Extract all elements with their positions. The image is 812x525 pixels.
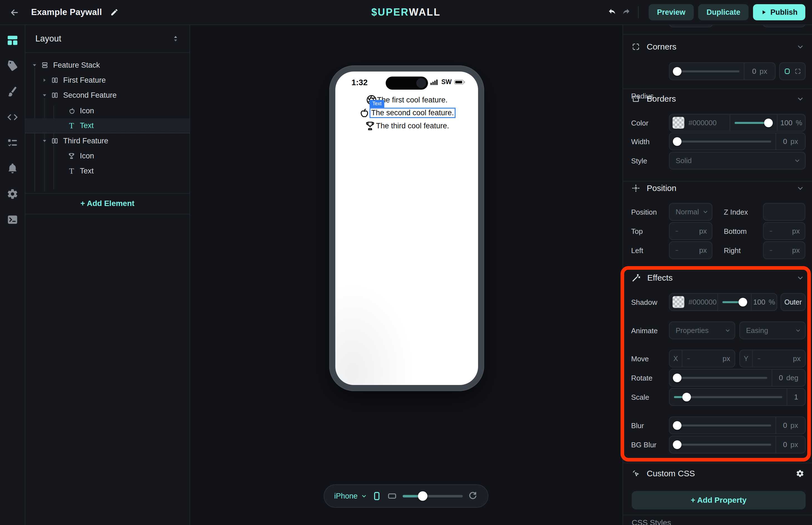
- border-width-field[interactable]: 0px: [776, 137, 805, 146]
- border-width-control: 0px: [669, 133, 806, 150]
- border-opacity-slider[interactable]: [730, 115, 777, 131]
- sidebar-item-code[interactable]: [6, 111, 19, 124]
- blur-slider[interactable]: [670, 417, 776, 434]
- add-property-button[interactable]: + Add Property: [632, 491, 806, 509]
- status-time: 1:32: [351, 78, 368, 87]
- tree-item-label: Second Feature: [63, 91, 117, 100]
- feature-row-third[interactable]: The third cool feature.: [364, 120, 449, 132]
- shadow-hex-field[interactable]: #000000: [688, 298, 717, 306]
- border-width-slider[interactable]: [670, 133, 776, 150]
- chevron-down-icon[interactable]: [796, 184, 804, 192]
- undo-button[interactable]: [606, 5, 619, 19]
- border-color-hex-field[interactable]: #000000: [688, 119, 730, 127]
- phone-preview: 1:32 SW The first cool feature.: [329, 65, 484, 391]
- redo-button[interactable]: [619, 5, 632, 19]
- clipped-input: [763, 25, 805, 27]
- per-corner-radius-icon[interactable]: [795, 68, 801, 75]
- superwall-logo: $UPERWALL: [371, 0, 441, 25]
- device-selector[interactable]: iPhone: [334, 492, 367, 500]
- right-field[interactable]: –px: [763, 241, 805, 259]
- chevron-down-icon[interactable]: [796, 95, 804, 103]
- corners-icon: [632, 43, 640, 51]
- move-x-field[interactable]: X – px: [669, 350, 735, 368]
- zoom-slider[interactable]: [403, 491, 463, 501]
- bg-blur-field[interactable]: 0px: [776, 440, 805, 449]
- sidebar-item-tags[interactable]: [6, 60, 19, 72]
- animate-properties-dropdown[interactable]: Properties: [669, 321, 735, 339]
- divider: [623, 515, 812, 515]
- edit-title-icon[interactable]: [110, 8, 119, 16]
- tree-item-first-feature[interactable]: First Feature: [25, 73, 189, 88]
- css-settings-gear-icon[interactable]: [796, 469, 804, 478]
- caret-right-icon[interactable]: [41, 77, 48, 83]
- tree-item-icon[interactable]: Icon: [25, 148, 189, 163]
- blur-field[interactable]: 0px: [776, 421, 805, 430]
- chevron-down-icon: [361, 493, 367, 499]
- shadow-mode-button[interactable]: Outer: [781, 293, 806, 311]
- position-dropdown[interactable]: Normal: [669, 203, 713, 221]
- chevron-down-icon[interactable]: [796, 274, 804, 282]
- stack-icon: [40, 61, 49, 69]
- tree-item-icon[interactable]: Icon: [25, 103, 189, 118]
- tree-item-text[interactable]: T Text: [25, 163, 189, 178]
- tree-item-second-feature[interactable]: Second Feature: [25, 88, 189, 103]
- sidebar-item-console[interactable]: [6, 213, 19, 226]
- zoom-slider-thumb[interactable]: [418, 491, 427, 501]
- sidebar-item-layout[interactable]: [6, 34, 19, 47]
- caret-down-icon[interactable]: [41, 138, 48, 144]
- caret-down-icon[interactable]: [41, 92, 48, 98]
- scale-slider[interactable]: [670, 389, 787, 405]
- scale-label: Scale: [631, 393, 649, 402]
- gear-icon: [7, 188, 18, 200]
- device-toolbar: iPhone: [324, 484, 488, 508]
- left-field[interactable]: –px: [669, 241, 713, 259]
- radius-slider[interactable]: [670, 63, 744, 80]
- scale-field[interactable]: 1: [787, 393, 805, 401]
- tree-item-third-feature[interactable]: Third Feature: [25, 133, 189, 148]
- landscape-mode-icon[interactable]: [386, 491, 398, 501]
- shadow-opacity-slider[interactable]: [718, 294, 751, 310]
- caret-down-icon[interactable]: [31, 62, 38, 68]
- border-style-dropdown[interactable]: Solid: [669, 152, 806, 169]
- sidebar-item-settings[interactable]: [6, 188, 19, 200]
- tree-item-label: Icon: [80, 107, 94, 115]
- sidebar-item-notifications[interactable]: [6, 162, 19, 175]
- sidebar-item-variables[interactable]: [6, 136, 19, 149]
- refresh-icon[interactable]: [468, 491, 478, 501]
- portrait-mode-icon[interactable]: [372, 491, 382, 501]
- feature-row-second-selected[interactable]: Text The second cool feature.: [358, 107, 456, 119]
- border-opacity-field[interactable]: 100%: [778, 119, 805, 127]
- preview-button[interactable]: Preview: [649, 4, 694, 20]
- tree-item-feature-stack[interactable]: Feature Stack: [25, 58, 189, 73]
- toolbar-divider: [638, 6, 639, 18]
- zindex-field[interactable]: [763, 203, 805, 221]
- tree-item-text-selected[interactable]: T Text: [25, 118, 189, 133]
- duplicate-button[interactable]: Duplicate: [698, 4, 749, 20]
- top-field[interactable]: –px: [669, 222, 713, 240]
- bottom-field[interactable]: –px: [763, 222, 805, 240]
- bell-icon: [7, 163, 18, 174]
- animate-easing-dropdown[interactable]: Easing: [739, 321, 806, 339]
- color-swatch[interactable]: [672, 117, 685, 129]
- shadow-opacity-field[interactable]: 100%: [752, 298, 777, 306]
- border-color-control: #000000 100%: [669, 114, 806, 132]
- rotate-slider[interactable]: [670, 370, 772, 386]
- sidebar-item-theme[interactable]: [6, 85, 19, 98]
- rotate-field[interactable]: 0deg: [772, 374, 805, 382]
- uniform-radius-icon[interactable]: [784, 68, 791, 75]
- add-element-button[interactable]: + Add Element: [25, 193, 189, 213]
- divider: [25, 52, 189, 53]
- bg-blur-slider[interactable]: [670, 436, 776, 453]
- chevron-down-icon[interactable]: [796, 43, 804, 51]
- sort-icon[interactable]: [172, 35, 180, 43]
- publish-button[interactable]: Publish: [753, 4, 805, 20]
- border-color-label: Color: [631, 119, 648, 127]
- back-button[interactable]: [7, 5, 22, 20]
- feature-text: The second cool feature.: [371, 108, 454, 117]
- tree-item-label: Text: [80, 121, 94, 130]
- radius-value-field[interactable]: 0px: [745, 67, 775, 76]
- move-y-field[interactable]: Y – px: [739, 350, 806, 368]
- shadow-color-swatch[interactable]: [672, 296, 685, 308]
- page-title: Example Paywall: [31, 7, 102, 17]
- undo-icon: [608, 7, 617, 17]
